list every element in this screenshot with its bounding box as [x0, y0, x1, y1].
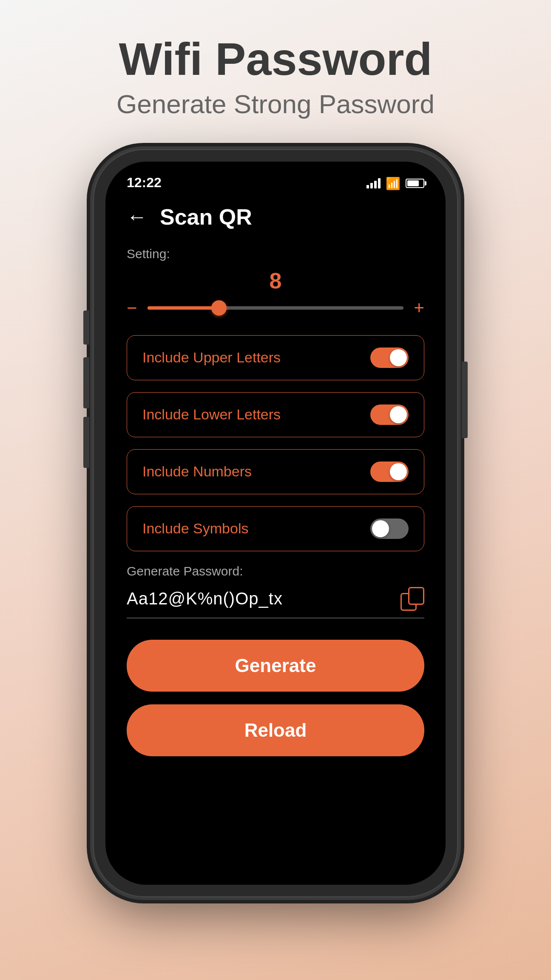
- toggle-label-symbols: Include Symbols: [142, 520, 248, 537]
- wifi-icon: 📶: [386, 177, 400, 191]
- status-icons: 📶: [366, 177, 424, 191]
- copy-icon-front: [408, 587, 424, 605]
- toggle-row-symbols[interactable]: Include Symbols: [127, 506, 424, 551]
- signal-icon: [366, 178, 381, 188]
- generate-label: Generate Password:: [127, 564, 424, 578]
- setting-section: Setting: 8 − +: [127, 247, 424, 318]
- notch: [220, 162, 331, 183]
- toggle-switch-lower-letters[interactable]: [370, 405, 409, 425]
- side-button-volume-up: [83, 357, 89, 408]
- slider-row: − +: [127, 298, 424, 318]
- phone-wrapper: 12:22 📶 ← Scan QR: [93, 149, 458, 897]
- battery-icon: [406, 179, 424, 188]
- slider-thumb[interactable]: [211, 300, 227, 316]
- toggle-row-lower-letters[interactable]: Include Lower Letters: [127, 392, 424, 437]
- copy-icon[interactable]: [400, 587, 424, 611]
- screen-title: Scan QR: [160, 204, 252, 230]
- toggle-switch-upper-letters[interactable]: [370, 348, 409, 368]
- toggle-knob-numbers: [390, 463, 407, 480]
- app-header: ← Scan QR: [127, 204, 424, 230]
- toggle-knob-lower-letters: [390, 406, 407, 423]
- page-title: Wifi Password: [116, 34, 435, 85]
- generate-button[interactable]: Generate: [127, 640, 424, 692]
- toggle-knob-symbols: [372, 520, 389, 537]
- toggle-row-numbers[interactable]: Include Numbers: [127, 449, 424, 494]
- toggle-label-upper-letters: Include Upper Letters: [142, 349, 281, 366]
- reload-button[interactable]: Reload: [127, 704, 424, 756]
- slider-minus-button[interactable]: −: [127, 298, 137, 318]
- generate-section: Generate Password: Aa12@K%n()Op_tx Gener…: [127, 564, 424, 756]
- password-field-row: Aa12@K%n()Op_tx: [127, 587, 424, 618]
- slider-fill: [148, 306, 219, 310]
- side-button-mute: [83, 311, 89, 345]
- toggle-label-numbers: Include Numbers: [142, 463, 252, 480]
- slider-plus-button[interactable]: +: [414, 298, 424, 318]
- side-button-volume-down: [83, 417, 89, 468]
- toggle-knob-upper-letters: [390, 349, 407, 366]
- setting-label: Setting:: [127, 247, 424, 261]
- toggle-switch-numbers[interactable]: [370, 462, 409, 482]
- status-time: 12:22: [127, 175, 162, 191]
- slider-value: 8: [127, 268, 424, 293]
- side-button-power: [462, 362, 468, 438]
- phone-screen: 12:22 📶 ← Scan QR: [105, 162, 446, 885]
- password-value: Aa12@K%n()Op_tx: [127, 589, 400, 608]
- back-button[interactable]: ←: [127, 207, 147, 227]
- battery-fill: [407, 180, 419, 186]
- page-header: Wifi Password Generate Strong Password: [116, 0, 435, 119]
- toggle-switch-symbols[interactable]: [370, 518, 409, 539]
- toggle-label-lower-letters: Include Lower Letters: [142, 406, 281, 423]
- page-subtitle: Generate Strong Password: [116, 89, 435, 119]
- app-content: ← Scan QR Setting: 8 − + Include Upper: [105, 196, 446, 885]
- toggle-row-upper-letters[interactable]: Include Upper Letters: [127, 335, 424, 380]
- slider-track[interactable]: [148, 306, 404, 310]
